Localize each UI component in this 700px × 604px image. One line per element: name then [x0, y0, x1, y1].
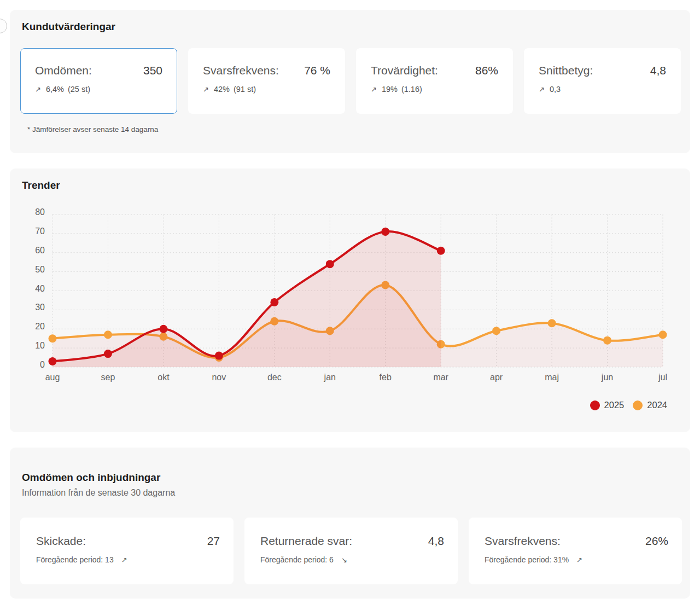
invite-card-prev-row: Föregående period: 6 ↘ [260, 555, 444, 564]
invite-card-label: Svarsfrekvens: [485, 535, 561, 548]
kpi-card-trend-row: ↗ 0,3 [539, 85, 666, 94]
svg-text:70: 70 [35, 226, 45, 236]
svg-text:jun: jun [601, 373, 613, 382]
svg-text:okt: okt [158, 373, 170, 382]
svg-text:10: 10 [35, 341, 45, 350]
invite-card-prev-label: Föregående period: 31% [485, 555, 569, 564]
kpi-card-trend-row: ↗ 19% (1.16) [371, 85, 498, 94]
kpi-card-trend-row: ↗ 6,4% (25 st) [35, 85, 162, 94]
kpi-card-trend-detail: (25 st) [68, 85, 90, 94]
legend-label: 2025 [604, 400, 625, 410]
kpi-card-label: Omdömen: [35, 64, 92, 77]
invite-card-skickade: Skickade: 27 Föregående period: 13 ↗ [20, 518, 234, 584]
trend-up-icon: ↗ [371, 85, 377, 94]
kpi-card-trend-value: 19% [382, 85, 398, 94]
kpi-section: Kundutvärderingar Omdömen: 350 ↗ 6,4% (2… [10, 10, 690, 153]
kpi-card-trend-detail: (91 st) [234, 85, 256, 94]
comparison-footnote: * Jämförelser avser senaste 14 dagarna [27, 125, 158, 133]
kpi-cards-row: Omdömen: 350 ↗ 6,4% (25 st) Svarsfrekven… [20, 48, 681, 114]
trend-up-icon: ↗ [539, 85, 545, 94]
svg-text:maj: maj [545, 373, 559, 382]
invite-card-prev-label: Föregående period: 13 [36, 555, 114, 564]
invite-card-prev-row: Föregående period: 13 ↗ [36, 555, 220, 564]
kpi-card-value: 350 [143, 64, 162, 77]
kpi-card-trovardighet[interactable]: Trovärdighet: 86% ↗ 19% (1.16) [356, 48, 513, 114]
trend-line-chart: 01020304050607080augsepoktnovdecjanfebma… [10, 169, 690, 432]
invite-card-title-row: Returnerade svar: 4,8 [260, 535, 444, 548]
kpi-card-label: Snittbetyg: [539, 64, 593, 77]
svg-text:80: 80 [35, 207, 45, 217]
svg-text:60: 60 [35, 246, 45, 255]
kpi-card-label: Svarsfrekvens: [203, 64, 279, 77]
invite-section: Omdömen och inbjudningar Information frå… [10, 448, 690, 599]
svg-text:40: 40 [35, 284, 45, 293]
legend-label: 2024 [647, 400, 667, 410]
kpi-card-omdomen[interactable]: Omdömen: 350 ↗ 6,4% (25 st) [20, 48, 177, 114]
kpi-card-value: 86% [475, 64, 498, 77]
svg-text:feb: feb [380, 373, 392, 382]
invite-card-title-row: Svarsfrekvens: 26% [485, 535, 668, 548]
kpi-card-title-row: Snittbetyg: 4,8 [539, 64, 666, 77]
svg-text:jul: jul [658, 373, 667, 382]
legend-dot-2024 [633, 400, 643, 410]
invite-card-label: Skickade: [36, 535, 86, 548]
kpi-card-value: 76 % [304, 64, 330, 77]
svg-text:20: 20 [35, 322, 45, 331]
kpi-card-trend-detail: (1.16) [401, 85, 422, 94]
trend-up-icon: ↗ [203, 85, 209, 94]
kpi-section-title: Kundutvärderingar [22, 21, 115, 33]
svg-text:30: 30 [35, 303, 45, 312]
svg-text:apr: apr [490, 373, 503, 382]
edge-button-fragment[interactable] [0, 19, 7, 33]
legend-dot-2025 [590, 400, 600, 410]
invite-card-value: 26% [645, 535, 668, 548]
invite-card-title-row: Skickade: 27 [36, 535, 220, 548]
invite-card-returnerade-svar: Returnerade svar: 4,8 Föregående period:… [244, 518, 458, 584]
kpi-card-label: Trovärdighet: [371, 64, 438, 77]
kpi-card-title-row: Trovärdighet: 86% [371, 64, 498, 77]
kpi-card-value: 4,8 [650, 64, 666, 77]
invite-section-subtitle: Information från de senaste 30 dagarna [22, 488, 175, 498]
kpi-card-svarsfrekvens[interactable]: Svarsfrekvens: 76 % ↗ 42% (91 st) [188, 48, 345, 114]
invite-card-svarsfrekvens: Svarsfrekvens: 26% Föregående period: 31… [469, 518, 682, 584]
trend-up-icon: ↗ [576, 556, 582, 564]
invite-card-label: Returnerade svar: [260, 535, 352, 548]
svg-text:nov: nov [212, 373, 226, 382]
invite-card-value: 27 [207, 535, 220, 548]
svg-text:dec: dec [267, 373, 282, 382]
invite-cards-row: Skickade: 27 Föregående period: 13 ↗ Ret… [20, 518, 682, 584]
svg-text:sep: sep [101, 373, 115, 382]
svg-text:aug: aug [45, 373, 60, 382]
invite-card-value: 4,8 [428, 535, 444, 548]
invite-card-prev-label: Föregående period: 6 [260, 555, 334, 564]
customer-ratings-dashboard: { "colors": { "section_bg": "#f7f7f7", "… [0, 0, 700, 604]
kpi-card-trend-value: 42% [214, 85, 230, 94]
kpi-card-title-row: Omdömen: 350 [35, 64, 162, 77]
kpi-card-trend-value: 6,4% [46, 85, 64, 94]
kpi-card-snittbetyg[interactable]: Snittbetyg: 4,8 ↗ 0,3 [524, 48, 681, 114]
trend-up-icon: ↗ [35, 85, 41, 94]
invite-card-prev-row: Föregående period: 31% ↗ [485, 555, 668, 564]
legend-item-2024[interactable]: 2024 [633, 400, 667, 410]
svg-text:50: 50 [35, 265, 45, 274]
svg-text:jan: jan [324, 373, 336, 382]
trend-down-icon: ↘ [341, 556, 347, 564]
svg-text:mar: mar [433, 373, 448, 382]
trend-up-icon: ↗ [121, 556, 127, 564]
kpi-card-trend-row: ↗ 42% (91 st) [203, 85, 330, 94]
invite-section-title: Omdömen och inbjudningar [22, 472, 160, 484]
chart-legend: 2025 2024 [590, 400, 667, 410]
trend-section: Trender 01020304050607080augsepoktnovdec… [10, 169, 690, 432]
legend-item-2025[interactable]: 2025 [590, 400, 625, 410]
svg-text:0: 0 [40, 360, 45, 369]
kpi-card-trend-value: 0,3 [550, 85, 561, 94]
kpi-card-title-row: Svarsfrekvens: 76 % [203, 64, 330, 77]
